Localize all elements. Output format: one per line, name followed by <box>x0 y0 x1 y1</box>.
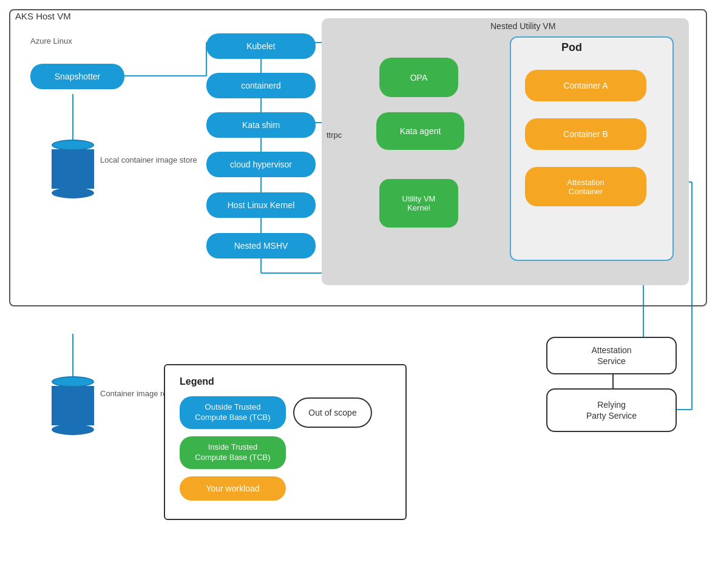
attestation-service-box: Attestation Service <box>546 337 677 374</box>
container-a-component: Container A <box>525 70 646 101</box>
legend-box: Legend Outside Trusted Compute Base (TCB… <box>164 364 407 520</box>
local-image-store-label: Local container image store <box>100 155 197 166</box>
legend-item-inside-tcb: Inside Trusted Compute Base (TCB) <box>180 436 391 469</box>
out-of-scope-label: Out of scope <box>308 408 356 417</box>
attestation-container-line2: Container <box>569 187 603 196</box>
pod-label: Pod <box>561 41 582 54</box>
registry-cylinder-top <box>52 376 94 387</box>
containerd-component: containerd <box>206 73 316 98</box>
container-b-component: Container B <box>525 118 646 150</box>
outside-tcb-label: Outside Trusted Compute Base (TCB) <box>195 402 270 423</box>
out-of-scope-legend: Out of scope <box>293 397 372 428</box>
kubelet-component: Kubelet <box>206 33 316 59</box>
opa-component: OPA <box>379 58 458 97</box>
relying-party-service-box: Relying Party Service <box>546 388 677 432</box>
utility-vm-kernel-label2: Kernel <box>407 203 430 212</box>
aks-host-vm-label: AKS Host VM <box>15 11 71 21</box>
cylinder-top <box>52 140 94 150</box>
relying-party-service-label: Relying Party Service <box>586 399 637 421</box>
registry-cylinder-body <box>52 386 94 425</box>
your-workload-badge: Your workload <box>180 476 286 501</box>
attestation-container-line1: Attestation <box>567 178 604 187</box>
cylinder-bottom <box>52 188 94 198</box>
registry-cylinder-bottom <box>52 424 94 435</box>
diagram-container: AKS Host VM Azure Linux Nested Utility V… <box>0 0 718 588</box>
attestation-container-component: Attestation Container <box>525 167 646 206</box>
legend-item-your-workload: Your workload <box>180 476 391 501</box>
attestation-service-label: Attestation Service <box>591 345 631 367</box>
utility-vm-kernel-label: Utility VM <box>402 194 436 203</box>
utility-vm-kernel-component: Utility VM Kernel <box>379 179 458 228</box>
azure-linux-label: Azure Linux <box>30 36 72 46</box>
ttrpc-label: ttrpc <box>327 130 342 140</box>
legend-item-outside-tcb: Outside Trusted Compute Base (TCB) Out o… <box>180 396 391 429</box>
kata-agent-component: Kata agent <box>376 112 464 150</box>
cloud-hypervisor-component: cloud hypervisor <box>206 152 316 177</box>
local-image-store-cylinder <box>52 140 94 198</box>
inside-tcb-badge: Inside Trusted Compute Base (TCB) <box>180 436 286 469</box>
outside-tcb-badge: Outside Trusted Compute Base (TCB) <box>180 396 286 429</box>
inside-tcb-label: Inside Trusted Compute Base (TCB) <box>195 442 270 463</box>
container-image-registry-cylinder <box>52 376 94 435</box>
snapshotter-component: Snapshotter <box>30 64 124 89</box>
your-workload-label: Your workload <box>206 484 259 493</box>
nested-mshv-component: Nested MSHV <box>206 233 316 259</box>
cylinder-body <box>52 149 94 189</box>
host-linux-kernel-component: Host Linux Kernel <box>206 192 316 218</box>
kata-shim-component: Kata shim <box>206 112 316 138</box>
nested-utility-vm-label: Nested Utility VM <box>490 21 555 31</box>
legend-title: Legend <box>180 376 391 387</box>
